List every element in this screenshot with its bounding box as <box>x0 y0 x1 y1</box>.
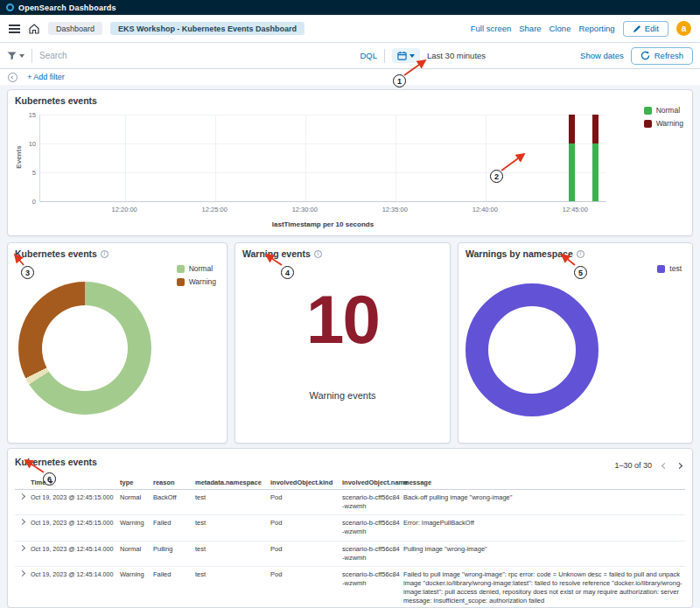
refresh-icon <box>640 51 650 60</box>
column-header-kind[interactable]: involvedObject.kind <box>270 479 340 486</box>
normal-swatch-icon <box>177 265 185 273</box>
x-tick: 12:25:00 <box>202 206 228 213</box>
y-tick: 10 <box>29 139 36 147</box>
date-picker-button[interactable] <box>392 48 420 63</box>
show-dates-link[interactable]: Show dates <box>580 51 624 60</box>
panel-title: Warning events <box>242 248 311 259</box>
cell-name: scenario-b-cff56c84-wzwmh <box>342 545 402 563</box>
edit-button-label: Edit <box>645 24 659 33</box>
legend-item-test[interactable]: test <box>657 264 682 273</box>
x-tick: 12:45:00 <box>563 206 588 213</box>
cell-kind: Pod <box>270 570 340 579</box>
bar-segment-warning <box>569 115 575 143</box>
table-row[interactable]: Oct 19, 2023 @ 12:45:14.000 Warning Fail… <box>15 567 685 608</box>
legend-label: Warning <box>656 119 683 128</box>
column-header-type[interactable]: type <box>120 479 151 486</box>
menu-icon[interactable] <box>9 28 20 30</box>
time-range-label[interactable]: Last 30 minutes <box>427 51 486 60</box>
column-label: involvedObject.kind <box>270 479 332 486</box>
legend-label: Normal <box>656 106 680 115</box>
funnel-icon <box>7 52 17 60</box>
info-icon[interactable] <box>577 250 584 258</box>
table-row[interactable]: Oct 19, 2023 @ 12:45:15.000 Normal BackO… <box>15 490 685 515</box>
cell-time: Oct 19, 2023 @ 12:45:15.000 <box>31 519 118 528</box>
legend-item-normal[interactable]: Normal <box>177 264 216 273</box>
cell-time: Oct 19, 2023 @ 12:45:14.000 <box>31 545 118 554</box>
add-filter-link[interactable]: + Add filter <box>27 73 65 81</box>
column-header-namespace[interactable]: metadata.namespace <box>195 479 269 486</box>
previous-page-icon[interactable] <box>662 462 668 468</box>
x-tick: 12:40:00 <box>472 206 498 213</box>
breadcrumb-dashboard[interactable]: Dashboard <box>48 22 102 35</box>
annotation-circle-4: 4 <box>281 266 294 279</box>
events-donut[interactable] <box>18 282 151 415</box>
column-label: reason <box>153 479 175 486</box>
info-icon[interactable] <box>314 250 322 258</box>
table-row[interactable]: Oct 19, 2023 @ 12:45:15.000 Warning Fail… <box>15 515 685 541</box>
cell-namespace: test <box>195 545 269 554</box>
legend-item-normal[interactable]: Normal <box>644 106 683 115</box>
histogram-bar[interactable] <box>569 115 575 201</box>
expand-row-icon[interactable] <box>15 519 29 524</box>
avatar[interactable]: a <box>676 21 691 36</box>
share-link[interactable]: Share <box>519 24 541 33</box>
cell-type: Warning <box>120 519 151 528</box>
y-tick: 15 <box>29 111 36 119</box>
legend-label: test <box>669 264 682 273</box>
cell-message: Error: ImagePullBackOff <box>403 519 685 528</box>
dql-selector[interactable]: DQL <box>360 51 377 60</box>
legend-label: Warning <box>189 277 216 286</box>
topbar: OpenSearch Dashboards <box>0 0 700 15</box>
cell-namespace: test <box>195 493 269 502</box>
x-axis-title: lastTimestamp per 10 seconds <box>39 220 606 228</box>
cell-name: scenario-b-cff56c84-wzwmh <box>342 493 402 511</box>
x-tick: 12:30:00 <box>292 206 318 213</box>
full-screen-link[interactable]: Full screen <box>471 24 511 33</box>
home-icon[interactable] <box>28 23 40 35</box>
annotation-circle-6: 6 <box>43 472 56 486</box>
column-header-name[interactable]: involvedObject.name <box>342 479 402 486</box>
column-header-reason[interactable]: reason <box>153 479 193 486</box>
panel-kubernetes-events-table: Kubernetes events 1–30 of 30 Time type r… <box>7 448 693 608</box>
cell-reason: Pulling <box>153 545 193 554</box>
expand-row-icon[interactable] <box>15 493 29 499</box>
cell-reason: Failed <box>153 570 193 579</box>
info-icon[interactable] <box>101 250 108 258</box>
breadcrumb-current-dashboard[interactable]: EKS Workshop - Kubernetes Events Dashboa… <box>110 22 304 35</box>
namespace-donut[interactable] <box>466 283 598 416</box>
legend-item-warning[interactable]: Warning <box>644 119 683 128</box>
reporting-link[interactable]: Reporting <box>578 24 614 33</box>
edit-button[interactable]: Edit <box>623 21 668 37</box>
saved-query-icon[interactable] <box>8 73 18 82</box>
pagination: 1–30 of 30 <box>614 461 682 470</box>
chevron-down-icon <box>19 54 24 58</box>
expand-row-icon[interactable] <box>15 570 29 576</box>
expand-row-icon[interactable] <box>15 545 29 550</box>
column-header-message[interactable]: message <box>403 479 685 486</box>
column-label: involvedObject.name <box>342 479 408 486</box>
cell-reason: Failed <box>153 519 193 528</box>
cell-kind: Pod <box>270 493 340 502</box>
donut-hole <box>42 305 128 391</box>
filter-funnel-dropdown[interactable] <box>7 52 24 60</box>
pagination-range-label: 1–30 of 30 <box>614 461 652 470</box>
clone-link[interactable]: Clone <box>550 24 571 33</box>
chevron-left-icon <box>10 75 14 79</box>
panel-title: Kubernetes events <box>15 95 97 106</box>
cell-message: Back-off pulling image "wrong-image" <box>403 493 685 502</box>
panel-kubernetes-events-histogram: Kubernetes events Events 15 10 5 0 <box>7 89 693 236</box>
search-input[interactable]: Search DQL <box>39 51 377 60</box>
metric-caption: Warning events <box>235 390 450 401</box>
next-page-icon[interactable] <box>676 462 682 468</box>
legend-label: Normal <box>189 264 213 273</box>
annotation-circle-2: 2 <box>490 170 503 183</box>
column-label: type <box>120 479 133 486</box>
refresh-button[interactable]: Refresh <box>631 47 693 65</box>
bar-segment-warning <box>592 115 598 143</box>
histogram-bar[interactable] <box>592 115 598 201</box>
cell-type: Normal <box>120 493 151 502</box>
x-tick: 12:35:00 <box>382 206 408 213</box>
events-table: Time type reason metadata.namespace invo… <box>15 476 685 608</box>
legend-item-warning[interactable]: Warning <box>177 277 216 286</box>
table-row[interactable]: Oct 19, 2023 @ 12:45:14.000 Normal Pulli… <box>15 542 685 567</box>
